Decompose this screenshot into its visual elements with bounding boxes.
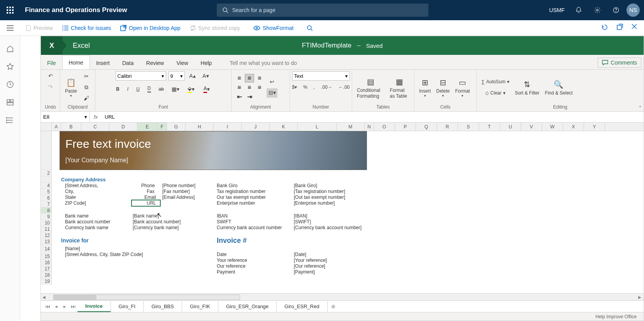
- cut-button[interactable]: ✂: [81, 72, 92, 81]
- save-status: Saved: [366, 42, 383, 49]
- status-text[interactable]: Help Improve Office: [595, 314, 637, 319]
- check-issues-button[interactable]: Check for issues: [62, 25, 111, 31]
- recent-icon[interactable]: [6, 80, 14, 89]
- fill-color-button[interactable]: ⬙▾: [186, 84, 197, 94]
- home-icon[interactable]: [6, 44, 14, 53]
- conditional-formatting-button[interactable]: ▤Conditional Formatting: [355, 75, 386, 100]
- wrap-text-button[interactable]: ↩: [267, 77, 277, 87]
- sheet-tab-giro-esr-orange[interactable]: Giro_ESR_Orange: [218, 301, 277, 312]
- tab-review[interactable]: Review: [140, 56, 170, 69]
- sheet-tab-giro-fi[interactable]: Giro_FI: [111, 301, 144, 312]
- company-picker[interactable]: USMF: [544, 0, 569, 20]
- underline-button[interactable]: U: [135, 86, 141, 93]
- sync-button: Sync stored copy: [190, 25, 240, 31]
- currency-button[interactable]: $▾: [290, 84, 298, 91]
- copy-button[interactable]: ⧉: [81, 83, 92, 92]
- sheet-nav-next[interactable]: ▸: [60, 303, 69, 309]
- search-icon: [307, 25, 313, 31]
- svg-point-16: [307, 26, 311, 30]
- increase-decimal-button[interactable]: .00→: [319, 84, 334, 91]
- sheet-nav-last[interactable]: ⏭: [69, 303, 77, 309]
- undo-button[interactable]: ↶: [45, 71, 56, 81]
- svg-rect-23: [11, 100, 13, 102]
- sheet-nav-prev[interactable]: ◂: [52, 303, 60, 309]
- sheet-tab-invoice[interactable]: Invoice: [77, 301, 111, 312]
- settings-icon[interactable]: [588, 0, 607, 20]
- font-size-select[interactable]: 9▾: [168, 71, 185, 81]
- collapse-ribbon-button[interactable]: ⌃: [638, 105, 642, 111]
- refresh-button[interactable]: [601, 24, 608, 32]
- decrease-decimal-button[interactable]: ←.00: [337, 84, 351, 91]
- svg-point-0: [223, 8, 227, 12]
- sheet-tab-giro-fik[interactable]: Giro_FIK: [182, 301, 218, 312]
- merge-center-button[interactable]: ⊟▾: [267, 88, 277, 98]
- bold-button[interactable]: B: [114, 86, 121, 93]
- number-format-select[interactable]: Text▾: [292, 71, 350, 81]
- borders-button[interactable]: ▦▾: [170, 84, 181, 94]
- format-painter-button[interactable]: 🖌: [81, 94, 92, 103]
- svg-rect-22: [7, 100, 10, 102]
- paste-button[interactable]: 📋Paste▾: [63, 76, 79, 99]
- favorites-icon[interactable]: [6, 62, 14, 71]
- selected-cell[interactable]: [131, 200, 161, 207]
- font-color-button[interactable]: A▾: [201, 84, 212, 94]
- excel-logo: X: [41, 36, 63, 55]
- add-sheet-button[interactable]: ⊕: [328, 303, 339, 309]
- document-name[interactable]: FTIModTemplate: [302, 42, 352, 49]
- find-select-button[interactable]: 🔍Find & Select: [543, 78, 574, 96]
- comments-button[interactable]: Comments: [598, 58, 641, 68]
- clear-button[interactable]: ◇ Clear ▾: [480, 89, 511, 96]
- sheet-nav-first[interactable]: ⏮: [43, 303, 52, 309]
- app-launcher[interactable]: [0, 0, 20, 20]
- tab-view[interactable]: View: [170, 56, 194, 69]
- format-cells-button[interactable]: ▭Format▾: [454, 76, 472, 99]
- invoice-banner: Free text invoice [Your Company Name]: [60, 131, 367, 170]
- delete-cells-button[interactable]: ⊟Delete▾: [435, 76, 451, 99]
- row-headers[interactable]: 24567 8910111213 141516171819: [41, 131, 52, 284]
- tab-help[interactable]: Help: [195, 56, 218, 69]
- tab-file[interactable]: File: [41, 56, 62, 69]
- search-input[interactable]: Search for a page: [217, 4, 428, 17]
- sort-filter-button[interactable]: ⇅Sort & Filter: [513, 78, 541, 96]
- horizontal-scrollbar[interactable]: ◂ ▸: [41, 293, 644, 300]
- close-icon: [632, 24, 637, 29]
- tab-home[interactable]: Home: [62, 55, 90, 69]
- column-headers[interactable]: ABCD EF GHIJKLM NOPQRSTUVWXY: [41, 123, 644, 131]
- insert-cells-button[interactable]: ⊞Insert▾: [418, 76, 432, 99]
- search-placeholder: Search for a page: [232, 7, 275, 13]
- workspaces-icon[interactable]: [6, 98, 14, 107]
- name-box[interactable]: E8▾: [41, 112, 90, 122]
- percent-button[interactable]: %: [302, 84, 309, 91]
- formula-bar[interactable]: URL: [102, 114, 644, 120]
- comma-button[interactable]: ,: [312, 84, 316, 91]
- notifications-icon[interactable]: [569, 0, 588, 20]
- preview-button[interactable]: Preview: [26, 25, 53, 31]
- grow-font-button[interactable]: A▴: [187, 71, 198, 81]
- alignment-grid[interactable]: ≡≡≡ ≡≡≡ ⇤⇥: [235, 74, 264, 101]
- modules-icon[interactable]: [6, 116, 14, 125]
- tab-insert[interactable]: Insert: [90, 56, 116, 69]
- cell-grid[interactable]: Free text invoice [Your Company Name] Co…: [52, 131, 644, 284]
- open-desktop-button[interactable]: Open in Desktop App: [120, 25, 180, 31]
- user-avatar[interactable]: NS: [625, 0, 644, 20]
- popout-button[interactable]: [617, 24, 623, 32]
- shrink-font-button[interactable]: A▾: [200, 71, 211, 81]
- strikethrough-button[interactable]: ab: [157, 86, 165, 93]
- tab-data[interactable]: Data: [116, 56, 140, 69]
- search-button[interactable]: [307, 25, 313, 31]
- tell-me-input[interactable]: Tell me what you want to do: [230, 60, 297, 69]
- sheet-tab-giro-bbs[interactable]: Giro_BBS: [144, 301, 182, 312]
- italic-button[interactable]: I: [126, 86, 130, 93]
- autosum-button[interactable]: ∑ AutoSum ▾: [480, 78, 511, 85]
- redo-button[interactable]: ↷: [45, 82, 56, 91]
- font-family-select[interactable]: Calibri▾: [116, 71, 166, 81]
- nav-toggle[interactable]: [0, 20, 20, 36]
- svg-point-4: [616, 11, 616, 12]
- sheet-tab-giro-esr-red[interactable]: Giro_ESR_Red: [277, 301, 328, 312]
- double-underline-button[interactable]: D: [146, 85, 153, 93]
- show-format-button[interactable]: ShowFormat: [253, 25, 293, 31]
- help-icon[interactable]: [607, 0, 625, 20]
- close-button[interactable]: [632, 24, 637, 32]
- svg-point-15: [256, 27, 258, 29]
- format-as-table-button[interactable]: ▦Format as Table: [388, 75, 411, 100]
